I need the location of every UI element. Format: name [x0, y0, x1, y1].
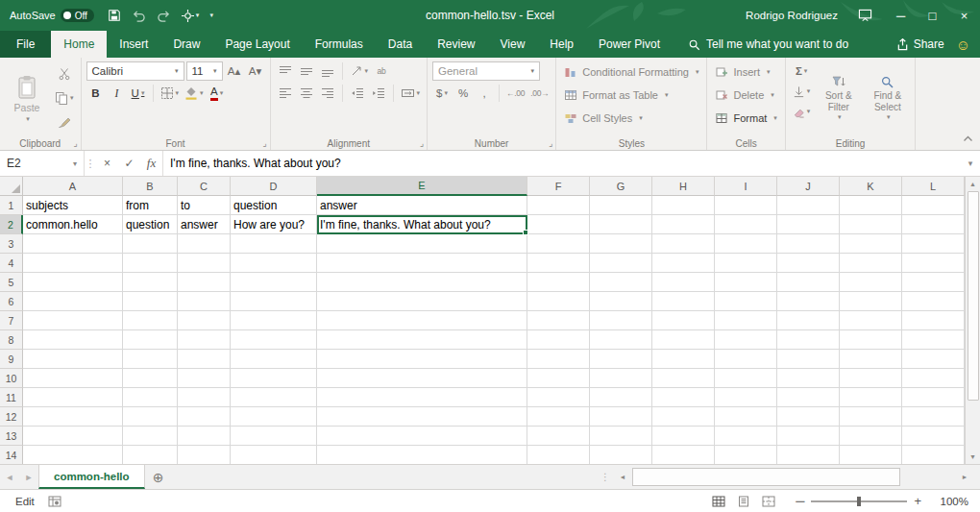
- cell-D5[interactable]: [231, 273, 317, 292]
- italic-button[interactable]: I: [108, 84, 127, 103]
- cell-F12[interactable]: [527, 407, 590, 427]
- cell-K3[interactable]: [840, 234, 902, 254]
- cell-I9[interactable]: [715, 350, 777, 369]
- alignment-dialog-launcher[interactable]: ⌟: [420, 139, 424, 148]
- cell-K9[interactable]: [840, 350, 902, 369]
- cancel-button[interactable]: ×: [96, 151, 118, 176]
- cell-E4[interactable]: [317, 254, 527, 273]
- top-align-button[interactable]: [276, 61, 295, 81]
- cell-C12[interactable]: [178, 407, 231, 427]
- cell-J1[interactable]: [777, 196, 840, 215]
- autosave-toggle[interactable]: AutoSave Off: [10, 9, 94, 22]
- cell-B9[interactable]: [123, 350, 178, 369]
- wrap-text-button[interactable]: ab: [372, 61, 391, 81]
- zoom-level[interactable]: 100%: [926, 496, 968, 507]
- sheet-tab-common-hello[interactable]: common-hello: [38, 465, 145, 489]
- cell-J11[interactable]: [777, 388, 840, 407]
- scroll-up-arrow[interactable]: ▲: [966, 177, 980, 191]
- cell-C9[interactable]: [178, 350, 231, 369]
- cell-J6[interactable]: [777, 292, 840, 311]
- cell-D3[interactable]: [231, 234, 317, 254]
- cell-B7[interactable]: [123, 311, 178, 330]
- cell-L3[interactable]: [902, 234, 965, 254]
- cell-K6[interactable]: [840, 292, 902, 311]
- clear-button[interactable]: [791, 102, 813, 121]
- column-header-I[interactable]: I: [715, 177, 777, 196]
- horizontal-scrollbar[interactable]: ◄ ►: [615, 465, 972, 489]
- cell-F13[interactable]: [527, 427, 590, 446]
- column-header-E[interactable]: E: [317, 177, 527, 196]
- cell-H14[interactable]: [652, 446, 715, 464]
- cell-E3[interactable]: [317, 234, 527, 254]
- cell-G7[interactable]: [590, 311, 652, 330]
- cut-button[interactable]: [53, 64, 76, 84]
- cell-D2[interactable]: How are you?: [231, 215, 317, 234]
- cell-L4[interactable]: [902, 254, 965, 273]
- borders-button[interactable]: [159, 84, 182, 103]
- row-header-5[interactable]: 5: [0, 273, 23, 292]
- vertical-scroll-thumb[interactable]: [968, 191, 979, 401]
- middle-align-button[interactable]: [297, 61, 316, 81]
- orientation-button[interactable]: [348, 61, 371, 81]
- cell-J2[interactable]: [777, 215, 840, 234]
- cell-K1[interactable]: [840, 196, 902, 215]
- font-size-combo[interactable]: 11: [186, 61, 223, 81]
- cell-D7[interactable]: [231, 311, 317, 330]
- clipboard-dialog-launcher[interactable]: ⌟: [73, 139, 77, 148]
- enter-button[interactable]: ✓: [118, 151, 140, 176]
- cell-A11[interactable]: [23, 388, 123, 407]
- cell-I12[interactable]: [715, 407, 777, 427]
- cell-E12[interactable]: [317, 407, 527, 427]
- save-button[interactable]: [108, 9, 121, 22]
- fill-button[interactable]: [791, 82, 813, 101]
- cell-F4[interactable]: [527, 254, 590, 273]
- zoom-in-button[interactable]: +: [909, 494, 926, 508]
- column-header-J[interactable]: J: [777, 177, 840, 196]
- cell-F2[interactable]: [527, 215, 590, 234]
- cell-I13[interactable]: [715, 427, 777, 446]
- cell-H8[interactable]: [652, 330, 715, 350]
- tab-view[interactable]: View: [488, 31, 538, 58]
- cell-F14[interactable]: [527, 446, 590, 464]
- cell-A12[interactable]: [23, 407, 123, 427]
- autosum-button[interactable]: Σ: [791, 61, 813, 81]
- cell-A10[interactable]: [23, 369, 123, 388]
- sheet-nav-left-button[interactable]: ◄: [0, 465, 19, 489]
- cell-E9[interactable]: [317, 350, 527, 369]
- font-name-combo[interactable]: Calibri: [86, 61, 184, 81]
- cell-B2[interactable]: question: [123, 215, 178, 234]
- cell-C3[interactable]: [178, 234, 231, 254]
- cell-D4[interactable]: [231, 254, 317, 273]
- cell-H5[interactable]: [652, 273, 715, 292]
- cell-D13[interactable]: [231, 427, 317, 446]
- tab-page-layout[interactable]: Page Layout: [212, 31, 302, 58]
- paste-button[interactable]: Paste: [5, 61, 49, 135]
- decrease-decimal-button[interactable]: .00→: [528, 84, 551, 103]
- cell-E10[interactable]: [317, 369, 527, 388]
- cell-A1[interactable]: subjects: [23, 196, 123, 215]
- redo-button[interactable]: [157, 10, 171, 22]
- cell-E1[interactable]: answer: [317, 196, 527, 215]
- cell-A8[interactable]: [23, 330, 123, 350]
- number-dialog-launcher[interactable]: ⌟: [549, 139, 552, 148]
- cell-H6[interactable]: [652, 292, 715, 311]
- cell-G4[interactable]: [590, 254, 652, 273]
- row-header-12[interactable]: 12: [0, 407, 23, 427]
- cell-J8[interactable]: [777, 330, 840, 350]
- cell-C13[interactable]: [178, 427, 231, 446]
- row-header-11[interactable]: 11: [0, 388, 23, 407]
- tab-review[interactable]: Review: [425, 31, 487, 58]
- cell-G5[interactable]: [590, 273, 652, 292]
- cell-J9[interactable]: [777, 350, 840, 369]
- cell-L10[interactable]: [902, 369, 965, 388]
- tab-help[interactable]: Help: [537, 31, 586, 58]
- cell-C1[interactable]: to: [178, 196, 231, 215]
- cell-D12[interactable]: [231, 407, 317, 427]
- row-header-10[interactable]: 10: [0, 369, 23, 388]
- insert-cells-button[interactable]: Insert: [712, 61, 779, 82]
- bottom-align-button[interactable]: [318, 61, 337, 81]
- shrink-font-button[interactable]: A▾: [246, 61, 265, 81]
- cell-styles-button[interactable]: Cell Styles: [561, 108, 701, 128]
- cell-C6[interactable]: [178, 292, 231, 311]
- cell-H12[interactable]: [652, 407, 715, 427]
